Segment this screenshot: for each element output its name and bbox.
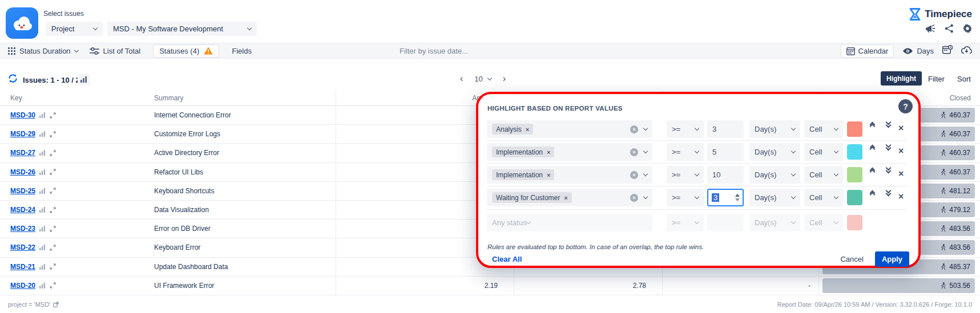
status-select[interactable]: Implementation× ×: [487, 143, 652, 161]
issue-key-link[interactable]: MSD-25: [10, 187, 35, 195]
row-chart-icon[interactable]: [39, 283, 46, 288]
target-select[interactable]: Cell: [804, 166, 843, 184]
operator-select[interactable]: >=: [667, 189, 704, 206]
scope-dropdown[interactable]: Project: [46, 22, 103, 36]
target-select[interactable]: Cell: [804, 189, 843, 206]
prev-page-button[interactable]: ‹: [460, 74, 463, 83]
clear-select-icon[interactable]: ×: [630, 171, 638, 179]
unit-select[interactable]: Day(s): [749, 143, 800, 161]
statuses-button[interactable]: Statuses (4): [153, 44, 219, 58]
issue-key-link[interactable]: MSD-24: [10, 206, 35, 214]
row-chart-icon[interactable]: [39, 150, 46, 156]
unit-select[interactable]: Day(s): [749, 189, 800, 206]
operator-select-disabled[interactable]: >=: [667, 214, 704, 231]
operator-select[interactable]: >=: [667, 120, 704, 138]
number-spinner[interactable]: [735, 190, 740, 205]
days-toggle[interactable]: Days: [902, 47, 934, 55]
unit-select[interactable]: Day(s): [749, 166, 800, 184]
calendar-button[interactable]: Calendar: [841, 44, 894, 58]
expand-icon[interactable]: [50, 188, 56, 194]
target-select[interactable]: Cell: [804, 120, 843, 138]
refresh-icon[interactable]: [8, 74, 18, 86]
chart-view-button[interactable]: [78, 74, 90, 86]
remove-status-icon[interactable]: ×: [526, 126, 529, 133]
report-type-dropdown[interactable]: Status Duration: [8, 47, 78, 55]
row-chart-icon[interactable]: [39, 264, 46, 270]
issue-key-link[interactable]: MSD-27: [10, 149, 35, 157]
expand-icon[interactable]: [50, 112, 56, 119]
color-swatch[interactable]: [847, 144, 862, 160]
move-up-button[interactable]: [868, 191, 877, 194]
move-up-button[interactable]: [868, 168, 877, 172]
delete-rule-button[interactable]: ×: [898, 123, 904, 133]
expand-icon[interactable]: [50, 150, 56, 156]
move-down-button[interactable]: [884, 168, 893, 174]
project-dropdown[interactable]: MSD - My Software Development: [107, 22, 257, 36]
row-chart-icon[interactable]: [39, 131, 46, 137]
row-chart-icon[interactable]: [39, 112, 46, 118]
move-up-button[interactable]: [868, 145, 877, 149]
delete-rule-button[interactable]: ×: [898, 169, 904, 179]
target-select-disabled[interactable]: Cell: [804, 214, 843, 231]
help-icon[interactable]: ?: [898, 99, 913, 113]
issue-key-link[interactable]: MSD-23: [10, 225, 35, 233]
share-icon[interactable]: [945, 24, 954, 35]
remove-status-icon[interactable]: ×: [547, 149, 550, 156]
status-select[interactable]: Waiting for Customer× ×: [487, 189, 652, 206]
apply-button[interactable]: Apply: [875, 251, 909, 267]
clear-all-button[interactable]: Clear All: [492, 255, 522, 263]
next-page-button[interactable]: ›: [503, 74, 506, 83]
issue-key-link[interactable]: MSD-26: [10, 168, 35, 176]
move-down-button[interactable]: [884, 123, 893, 128]
row-chart-icon[interactable]: [39, 207, 46, 213]
color-swatch[interactable]: [847, 121, 862, 137]
expand-icon[interactable]: [50, 263, 56, 270]
move-up-button[interactable]: [868, 123, 877, 126]
unit-select[interactable]: Day(s): [749, 120, 800, 138]
status-select-disabled[interactable]: Any status: [487, 214, 652, 231]
issue-key-link[interactable]: MSD-30: [10, 111, 35, 119]
value-input-disabled[interactable]: [707, 214, 744, 231]
expand-icon[interactable]: [50, 169, 56, 175]
color-swatch[interactable]: [847, 215, 862, 230]
move-down-button[interactable]: [884, 191, 893, 197]
issue-key-link[interactable]: MSD-20: [10, 282, 35, 290]
row-chart-icon[interactable]: [39, 188, 46, 194]
calendar-alert-icon[interactable]: [942, 45, 953, 56]
operator-select[interactable]: >=: [667, 143, 704, 161]
cancel-button[interactable]: Cancel: [840, 255, 863, 263]
page-size-dropdown[interactable]: 10: [474, 75, 491, 83]
row-chart-icon[interactable]: [39, 169, 46, 175]
row-chart-icon[interactable]: [39, 245, 46, 250]
highlight-button[interactable]: Highlight: [881, 71, 922, 86]
color-swatch[interactable]: [847, 167, 862, 182]
expand-icon[interactable]: [50, 131, 56, 137]
move-down-button[interactable]: [884, 145, 893, 151]
clear-select-icon[interactable]: ×: [630, 148, 638, 156]
value-input[interactable]: 10: [707, 166, 744, 184]
announcement-icon[interactable]: [925, 25, 935, 35]
sort-button[interactable]: Sort: [957, 75, 971, 83]
cloud-download-icon[interactable]: [961, 46, 972, 56]
list-of-total-button[interactable]: List of Total: [90, 47, 141, 55]
target-select[interactable]: Cell: [804, 143, 843, 161]
clear-select-icon[interactable]: ×: [630, 125, 638, 133]
clear-select-icon[interactable]: ×: [630, 194, 638, 202]
expand-icon[interactable]: [50, 207, 56, 213]
expand-icon[interactable]: [50, 226, 56, 232]
row-chart-icon[interactable]: [39, 226, 46, 231]
delete-rule-button[interactable]: ×: [898, 146, 904, 156]
expand-icon[interactable]: [50, 282, 56, 288]
remove-status-icon[interactable]: ×: [547, 172, 550, 178]
operator-select[interactable]: >=: [667, 166, 704, 184]
filter-button[interactable]: Filter: [928, 75, 945, 83]
issue-key-link[interactable]: MSD-22: [10, 243, 35, 251]
value-input[interactable]: 5: [707, 143, 744, 161]
jql-link[interactable]: project = 'MSD': [8, 301, 59, 308]
issue-key-link[interactable]: MSD-29: [10, 130, 35, 138]
expand-icon[interactable]: [50, 245, 56, 251]
remove-status-icon[interactable]: ×: [564, 194, 567, 201]
unit-select-disabled[interactable]: Day(s): [749, 214, 800, 231]
value-input-focused[interactable]: 3: [707, 189, 744, 206]
delete-rule-button[interactable]: ×: [898, 192, 904, 202]
